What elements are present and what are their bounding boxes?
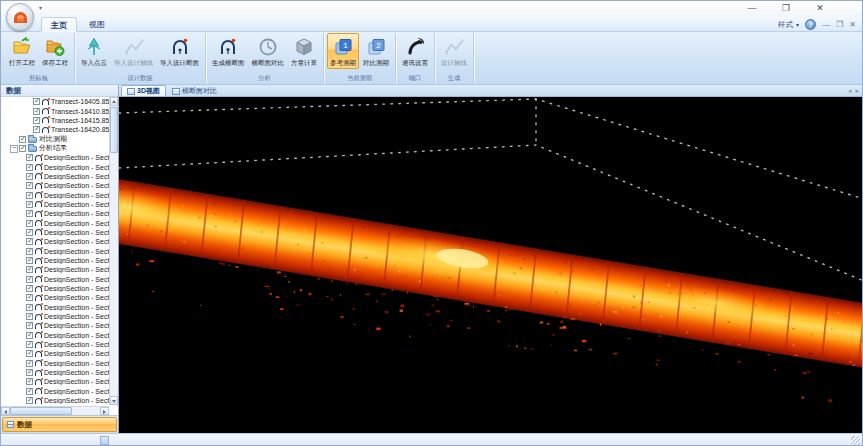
tree-item[interactable]: DesignSection - Sect <box>1 181 109 190</box>
collapse-toggle-icon[interactable] <box>17 388 24 395</box>
collapse-toggle-icon[interactable] <box>17 248 24 255</box>
tree-vertical-scrollbar[interactable] <box>109 97 118 405</box>
tab-view[interactable]: 视图 <box>80 17 114 32</box>
collapse-toggle-icon[interactable] <box>10 136 17 143</box>
tree-item-checkbox[interactable] <box>26 322 33 329</box>
tree-item[interactable]: DesignSection - Sect <box>1 321 109 330</box>
tree-item-checkbox[interactable] <box>19 145 26 152</box>
tree-item[interactable]: DesignSection - Sect <box>1 275 109 284</box>
ribbon-minimize-button[interactable]: — <box>822 19 830 30</box>
tree-item[interactable]: DesignSection - Sect <box>1 303 109 312</box>
tree-item-checkbox[interactable] <box>33 126 40 133</box>
scroll-up-icon[interactable] <box>110 97 118 106</box>
tree-item-checkbox[interactable] <box>26 238 33 245</box>
collapse-toggle-icon[interactable] <box>24 98 31 105</box>
style-dropdown[interactable]: 样式 <box>778 20 793 30</box>
tree-item[interactable]: DesignSection - Sect <box>1 200 109 209</box>
collapse-toggle-icon[interactable] <box>17 182 24 189</box>
tree-item-checkbox[interactable] <box>33 108 40 115</box>
tree-item[interactable]: Transect-16405.85 <box>1 97 109 106</box>
collapse-toggle-icon[interactable] <box>24 117 31 124</box>
tree-item-checkbox[interactable] <box>26 154 33 161</box>
tree-item-checkbox[interactable] <box>26 210 33 217</box>
tree-item-checkbox[interactable] <box>26 332 33 339</box>
tree-item[interactable]: DesignSection - Sect <box>1 265 109 274</box>
collapse-toggle-icon[interactable] <box>17 341 24 348</box>
tree-item-checkbox[interactable] <box>26 294 33 301</box>
tree-item[interactable]: DesignSection - Sect <box>1 312 109 321</box>
tree-item[interactable]: DesignSection - Sect <box>1 247 109 256</box>
tree-item-checkbox[interactable] <box>26 182 33 189</box>
comm-settings-button[interactable]: 通讯设置 <box>399 33 431 69</box>
scroll-down-icon[interactable] <box>110 396 118 405</box>
collapse-toggle-icon[interactable] <box>17 229 24 236</box>
tree-item-checkbox[interactable] <box>26 378 33 385</box>
collapse-toggle-icon[interactable] <box>17 304 24 311</box>
tree-item[interactable]: DesignSection - Sect <box>1 237 109 246</box>
tree-item[interactable]: DesignSection - Sect <box>1 256 109 265</box>
tree-item[interactable]: DesignSection - Sect <box>1 377 109 386</box>
collapse-toggle-icon[interactable] <box>17 285 24 292</box>
collapse-toggle-icon[interactable] <box>17 397 24 404</box>
tree-horizontal-scrollbar[interactable] <box>1 406 109 415</box>
horizontal-scroll-thumb[interactable] <box>10 407 72 415</box>
collapse-toggle-icon[interactable] <box>17 210 24 217</box>
tree-item-checkbox[interactable] <box>26 350 33 357</box>
tree-item-checkbox[interactable] <box>26 248 33 255</box>
collapse-toggle-icon[interactable] <box>10 145 17 152</box>
collapse-toggle-icon[interactable] <box>17 369 24 376</box>
tree-item-checkbox[interactable] <box>26 313 33 320</box>
collapse-toggle-icon[interactable] <box>17 276 24 283</box>
tree-item[interactable]: DesignSection - Sect <box>1 387 109 396</box>
ribbon-close-button[interactable]: ✕ <box>849 19 856 30</box>
cross-section-compare-button[interactable]: 横断面对比 <box>249 33 288 69</box>
tree-item-checkbox[interactable] <box>26 192 33 199</box>
quick-access-dropdown-icon[interactable]: ▾ <box>39 4 42 11</box>
tab-3d-view[interactable]: 3D视图 <box>121 85 166 96</box>
tree-item[interactable]: Transect-16415.85 <box>1 116 109 125</box>
tab-home[interactable]: 主页 <box>41 17 77 32</box>
tree-item-checkbox[interactable] <box>26 397 33 404</box>
import-pointcloud-button[interactable]: 导入点云 <box>78 33 110 69</box>
close-button[interactable]: ✕ <box>808 2 832 15</box>
tree-item-checkbox[interactable] <box>26 220 33 227</box>
collapse-toggle-icon[interactable] <box>17 173 24 180</box>
collapse-toggle-icon[interactable] <box>17 350 24 357</box>
tree-item[interactable]: DesignSection - Sect <box>1 349 109 358</box>
help-button[interactable]: ? <box>805 19 816 30</box>
collapse-toggle-icon[interactable] <box>17 154 24 161</box>
design-axis-button[interactable]: 设计轴线 <box>438 33 470 69</box>
tree-item[interactable]: 分析结果 <box>1 144 109 153</box>
collapse-toggle-icon[interactable] <box>17 220 24 227</box>
tree-item-checkbox[interactable] <box>26 369 33 376</box>
collapse-toggle-icon[interactable] <box>17 266 24 273</box>
tree-item-checkbox[interactable] <box>26 304 33 311</box>
tab-cross-section-compare[interactable]: 横断面对比 <box>166 85 223 96</box>
tree-item[interactable]: Transect-16410.85 <box>1 106 109 115</box>
minimize-button[interactable]: — <box>740 2 764 15</box>
tree-item-checkbox[interactable] <box>26 257 33 264</box>
resize-grip-icon[interactable] <box>851 436 860 445</box>
scroll-right-icon[interactable] <box>100 407 109 415</box>
tree-item[interactable]: DesignSection - Sect <box>1 162 109 171</box>
tree-item-checkbox[interactable] <box>26 201 33 208</box>
collapse-toggle-icon[interactable] <box>17 164 24 171</box>
tree-item-checkbox[interactable] <box>26 276 33 283</box>
scroll-left-icon[interactable] <box>1 407 10 415</box>
maximize-button[interactable]: ❐ <box>774 2 798 15</box>
tree-item[interactable]: DesignSection - Sect <box>1 359 109 368</box>
panel-tab-data[interactable]: 数据 <box>2 417 117 432</box>
collapse-toggle-icon[interactable] <box>17 322 24 329</box>
collapse-toggle-icon[interactable] <box>17 294 24 301</box>
vertical-scroll-thumb[interactable] <box>110 107 118 153</box>
collapse-toggle-icon[interactable] <box>17 201 24 208</box>
tree-item-checkbox[interactable] <box>33 98 40 105</box>
collapse-toggle-icon[interactable] <box>17 313 24 320</box>
application-menu-button[interactable] <box>6 3 34 31</box>
tree-item-checkbox[interactable] <box>26 360 33 367</box>
tab-scroll-right-icon[interactable]: ▸ <box>855 85 859 96</box>
collapse-toggle-icon[interactable] <box>17 332 24 339</box>
tree-item-checkbox[interactable] <box>26 285 33 292</box>
collapse-toggle-icon[interactable] <box>17 238 24 245</box>
tree-item[interactable]: DesignSection - Sect <box>1 331 109 340</box>
